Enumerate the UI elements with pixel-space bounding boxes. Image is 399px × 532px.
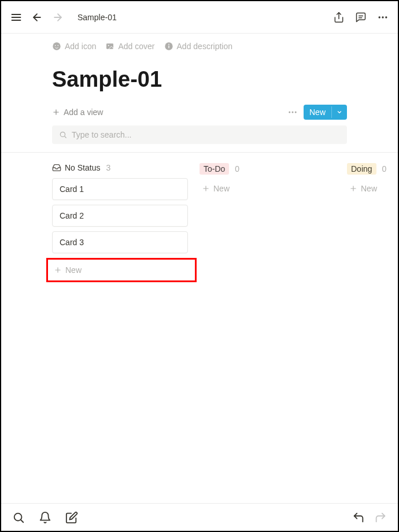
column-header[interactable]: Doing 0 bbox=[347, 163, 398, 175]
topbar-left: Sample-01 bbox=[9, 10, 117, 24]
page-content: Add icon Add cover Add description Sampl… bbox=[1, 34, 398, 503]
column-count: 0 bbox=[382, 164, 387, 173]
share-icon[interactable] bbox=[332, 10, 346, 24]
plus-icon bbox=[202, 184, 210, 193]
comments-icon[interactable] bbox=[354, 10, 368, 24]
svg-point-22 bbox=[291, 112, 293, 113]
column-header[interactable]: To-Do 0 bbox=[200, 163, 335, 175]
notifications-icon[interactable] bbox=[38, 511, 52, 524]
view-toolbar: Add a view New bbox=[1, 100, 398, 125]
svg-point-18 bbox=[168, 44, 169, 45]
svg-point-24 bbox=[60, 132, 65, 136]
column-label: No Status bbox=[65, 163, 100, 172]
search-wrap: Type to search... bbox=[1, 125, 398, 152]
add-cover-button[interactable]: Add cover bbox=[105, 42, 154, 51]
svg-point-10 bbox=[385, 16, 387, 18]
svg-rect-17 bbox=[168, 46, 169, 49]
column-label: Doing bbox=[347, 163, 376, 175]
undo-icon[interactable] bbox=[352, 511, 365, 524]
svg-point-15 bbox=[108, 45, 109, 46]
column-doing: Doing 0 New bbox=[347, 163, 398, 282]
column-no-status: No Status 3 Card 1 Card 2 Card 3 New bbox=[52, 163, 188, 282]
new-button[interactable]: New bbox=[304, 105, 347, 120]
svg-point-8 bbox=[379, 16, 380, 18]
add-view-button[interactable]: Add a view bbox=[52, 108, 103, 117]
breadcrumb[interactable]: Sample-01 bbox=[77, 13, 117, 22]
card[interactable]: Card 1 bbox=[52, 178, 188, 200]
page-actions: Add icon Add cover Add description bbox=[1, 34, 398, 51]
svg-line-33 bbox=[21, 520, 23, 522]
chevron-down-icon[interactable] bbox=[331, 106, 347, 118]
topbar-right bbox=[332, 10, 390, 24]
card[interactable]: Card 2 bbox=[52, 205, 188, 227]
column-header[interactable]: No Status 3 bbox=[52, 163, 188, 172]
card[interactable]: Card 3 bbox=[52, 231, 188, 253]
inbox-icon bbox=[52, 163, 61, 172]
bottombar bbox=[1, 503, 398, 531]
add-icon-label: Add icon bbox=[65, 42, 96, 51]
new-button-label: New bbox=[304, 105, 331, 120]
column-todo: To-Do 0 New bbox=[200, 163, 335, 282]
back-icon[interactable] bbox=[30, 10, 44, 24]
column-count: 3 bbox=[106, 163, 110, 172]
svg-line-25 bbox=[65, 136, 66, 138]
add-card-button[interactable]: New bbox=[46, 258, 197, 282]
svg-point-23 bbox=[295, 112, 297, 113]
svg-point-11 bbox=[53, 42, 60, 50]
svg-point-13 bbox=[58, 45, 59, 46]
add-view-label: Add a view bbox=[64, 108, 103, 117]
add-card-button[interactable]: New bbox=[347, 180, 398, 197]
page-title[interactable]: Sample-01 bbox=[1, 51, 398, 100]
svg-point-9 bbox=[382, 16, 383, 18]
column-label: To-Do bbox=[200, 163, 229, 175]
svg-point-21 bbox=[289, 112, 290, 113]
add-card-label: New bbox=[213, 184, 230, 193]
menu-icon[interactable] bbox=[9, 10, 23, 24]
redo-icon bbox=[374, 511, 387, 524]
add-card-label: New bbox=[65, 265, 82, 275]
add-description-label: Add description bbox=[177, 42, 233, 51]
compose-icon[interactable] bbox=[65, 511, 79, 524]
view-options-icon[interactable] bbox=[287, 107, 298, 117]
search-placeholder: Type to search... bbox=[72, 130, 132, 139]
add-icon-button[interactable]: Add icon bbox=[52, 42, 96, 51]
add-card-label: New bbox=[361, 184, 377, 193]
search-icon[interactable] bbox=[12, 511, 25, 524]
add-card-button[interactable]: New bbox=[200, 180, 335, 197]
column-count: 0 bbox=[235, 164, 239, 173]
add-cover-label: Add cover bbox=[118, 42, 154, 51]
add-description-button[interactable]: Add description bbox=[164, 42, 233, 51]
plus-icon bbox=[349, 184, 357, 193]
svg-point-12 bbox=[55, 45, 56, 46]
forward-icon bbox=[51, 10, 65, 24]
more-menu-icon[interactable] bbox=[376, 10, 390, 24]
topbar: Sample-01 bbox=[1, 1, 398, 34]
view-toolbar-right: New bbox=[287, 105, 347, 120]
plus-icon bbox=[54, 266, 62, 274]
svg-point-32 bbox=[14, 513, 22, 520]
search-input[interactable]: Type to search... bbox=[52, 125, 347, 144]
board: No Status 3 Card 1 Card 2 Card 3 New To-… bbox=[1, 152, 398, 282]
